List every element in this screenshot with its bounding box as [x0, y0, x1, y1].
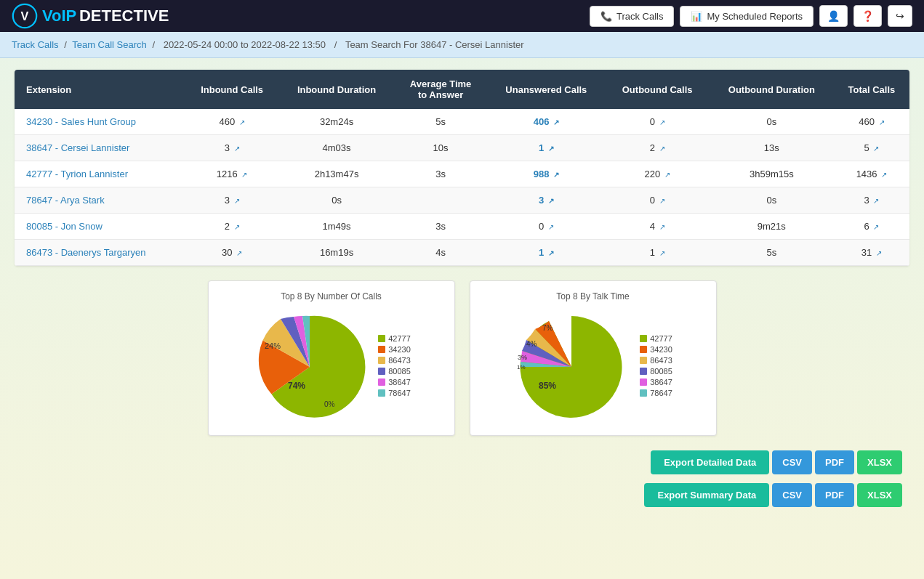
breadcrumb-sep2: / — [152, 39, 155, 50]
cell-extension: 78647 - Arya Stark — [15, 187, 185, 214]
charts-section: Top 8 By Number Of Calls — [15, 280, 909, 436]
export-summary-pdf[interactable]: PDF — [815, 483, 854, 507]
chart-bar-icon: 📊 — [691, 11, 702, 22]
export-summary-csv[interactable]: CSV — [772, 483, 812, 507]
svg-text:74%: 74% — [288, 381, 305, 391]
outbound-calls-link-icon[interactable]: ↗ — [659, 223, 665, 231]
breadcrumb-sep1: / — [64, 39, 67, 50]
unanswered-link-icon[interactable]: ↗ — [553, 118, 559, 126]
track-calls-button[interactable]: 📞 Track Calls — [590, 6, 675, 27]
unanswered-link-icon[interactable]: ↗ — [548, 197, 554, 205]
logo-text: VoIP DETECTIVE — [42, 7, 169, 25]
extension-link[interactable]: 86473 - Daenerys Targaryen — [26, 247, 146, 258]
chart-calls-svg: 74% 24% 0% — [252, 309, 368, 425]
cell-unanswered: 988 ↗ — [487, 161, 605, 187]
export-detailed-button[interactable]: Export Detailed Data — [651, 450, 769, 474]
breadcrumb-daterange: 2022-05-24 00:00 to 2022-08-22 13:50 — [164, 39, 326, 50]
cell-inbound-duration: 16m19s — [279, 240, 394, 266]
cell-outbound-duration: 0s — [710, 187, 834, 214]
logout-button[interactable]: ↪ — [888, 5, 912, 27]
cell-outbound-calls: 1 ↗ — [605, 240, 709, 266]
chart-talktime: Top 8 By Talk Time — [470, 280, 717, 436]
scheduled-reports-button[interactable]: 📊 My Scheduled Reports — [680, 6, 813, 27]
total-calls-link-icon[interactable]: ↗ — [873, 223, 879, 231]
cell-total-calls: 3 ↗ — [834, 187, 909, 214]
export-detailed-xlsx[interactable]: XLSX — [857, 450, 902, 474]
total-calls-link-icon[interactable]: ↗ — [881, 171, 887, 179]
extension-link[interactable]: 38647 - Cersei Lannister — [26, 142, 129, 153]
logo-icon: V — [12, 3, 38, 29]
chart-calls-legend: 42777 34230 86473 80085 38647 78647 — [378, 334, 411, 400]
inbound-calls-link-icon[interactable]: ↗ — [236, 249, 242, 257]
svg-text:85%: 85% — [539, 381, 556, 391]
chart-calls-title: Top 8 By Number Of Calls — [219, 291, 444, 301]
extension-link[interactable]: 78647 - Arya Stark — [26, 195, 105, 206]
cell-inbound-duration: 32m24s — [279, 109, 394, 135]
total-calls-link-icon[interactable]: ↗ — [873, 145, 879, 153]
outbound-calls-link-icon[interactable]: ↗ — [659, 145, 665, 153]
help-icon: ❓ — [861, 10, 874, 22]
cell-avg-time: 3s — [394, 161, 487, 187]
cell-inbound-calls: 2 ↗ — [185, 214, 279, 240]
help-button[interactable]: ❓ — [853, 5, 882, 27]
cell-avg-time: 3s — [394, 214, 487, 240]
extension-link[interactable]: 42777 - Tyrion Lannister — [26, 169, 128, 179]
breadcrumb: Track Calls / Team Call Search / 2022-05… — [0, 32, 924, 58]
col-avg-time: Average Timeto Answer — [394, 70, 487, 109]
cell-outbound-calls: 2 ↗ — [605, 135, 709, 161]
track-calls-label: Track Calls — [616, 11, 664, 22]
outbound-calls-link-icon[interactable]: ↗ — [659, 249, 665, 257]
export-detailed-row: Export Detailed Data CSV PDF XLSX — [651, 450, 902, 474]
inbound-calls-link-icon[interactable]: ↗ — [234, 197, 240, 205]
export-detailed-pdf[interactable]: PDF — [815, 450, 854, 474]
total-calls-link-icon[interactable]: ↗ — [876, 249, 882, 257]
outbound-calls-link-icon[interactable]: ↗ — [659, 197, 665, 205]
cell-inbound-calls: 1216 ↗ — [185, 161, 279, 187]
col-unanswered: Unanswered Calls — [487, 70, 605, 109]
cell-inbound-calls: 30 ↗ — [185, 240, 279, 266]
unanswered-link-icon[interactable]: ↗ — [548, 145, 554, 153]
cell-inbound-calls: 3 ↗ — [185, 135, 279, 161]
table-row: 86473 - Daenerys Targaryen 30 ↗ 16m19s 4… — [15, 240, 909, 266]
col-inbound-duration: Inbound Duration — [279, 70, 394, 109]
table-row: 42777 - Tyrion Lannister 1216 ↗ 2h13m47s… — [15, 161, 909, 187]
inbound-calls-link-icon[interactable]: ↗ — [234, 145, 240, 153]
table-row: 34230 - Sales Hunt Group 460 ↗ 32m24s 5s… — [15, 109, 909, 135]
cell-extension: 80085 - Jon Snow — [15, 214, 185, 240]
svg-text:7%: 7% — [542, 324, 553, 332]
outbound-calls-link-icon[interactable]: ↗ — [664, 171, 670, 179]
cell-inbound-duration: 0s — [279, 187, 394, 214]
cell-extension: 42777 - Tyrion Lannister — [15, 161, 185, 187]
cell-outbound-duration: 3h59m15s — [710, 161, 834, 187]
cell-total-calls: 460 ↗ — [834, 109, 909, 135]
user-manage-button[interactable]: 👤 — [819, 5, 848, 27]
export-section: Export Detailed Data CSV PDF XLSX Export… — [15, 450, 909, 507]
svg-text:0%: 0% — [324, 400, 335, 408]
breadcrumb-teamcallsearch[interactable]: Team Call Search — [72, 39, 147, 50]
outbound-calls-link-icon[interactable]: ↗ — [659, 118, 665, 126]
cell-outbound-duration: 5s — [710, 240, 834, 266]
cell-total-calls: 1436 ↗ — [834, 161, 909, 187]
inbound-calls-link-icon[interactable]: ↗ — [239, 118, 245, 126]
unanswered-link-icon[interactable]: ↗ — [548, 223, 554, 231]
breadcrumb-sep3: / — [334, 39, 337, 50]
export-summary-xlsx[interactable]: XLSX — [857, 483, 902, 507]
extension-link[interactable]: 80085 - Jon Snow — [26, 221, 103, 232]
chart-talktime-content: 85% 7% 4% 3% 1% 42777 34230 86473 80085 … — [481, 309, 706, 425]
col-outbound-calls: Outbound Calls — [605, 70, 709, 109]
extension-link[interactable]: 34230 - Sales Hunt Group — [26, 116, 136, 127]
unanswered-link-icon[interactable]: ↗ — [553, 171, 559, 179]
table-row: 38647 - Cersei Lannister 3 ↗ 4m03s 10s 1… — [15, 135, 909, 161]
logout-icon: ↪ — [896, 10, 904, 22]
total-calls-link-icon[interactable]: ↗ — [879, 118, 885, 126]
chart-calls-content: 74% 24% 0% 42777 34230 86473 80085 38647… — [219, 309, 444, 425]
inbound-calls-link-icon[interactable]: ↗ — [234, 223, 240, 231]
cell-avg-time: 5s — [394, 109, 487, 135]
inbound-calls-link-icon[interactable]: ↗ — [241, 171, 247, 179]
total-calls-link-icon[interactable]: ↗ — [873, 197, 879, 205]
export-detailed-csv[interactable]: CSV — [772, 450, 812, 474]
export-summary-button[interactable]: Export Summary Data — [644, 483, 769, 507]
breadcrumb-trackcalls[interactable]: Track Calls — [12, 39, 59, 50]
col-inbound-calls: Inbound Calls — [185, 70, 279, 109]
unanswered-link-icon[interactable]: ↗ — [548, 249, 554, 257]
